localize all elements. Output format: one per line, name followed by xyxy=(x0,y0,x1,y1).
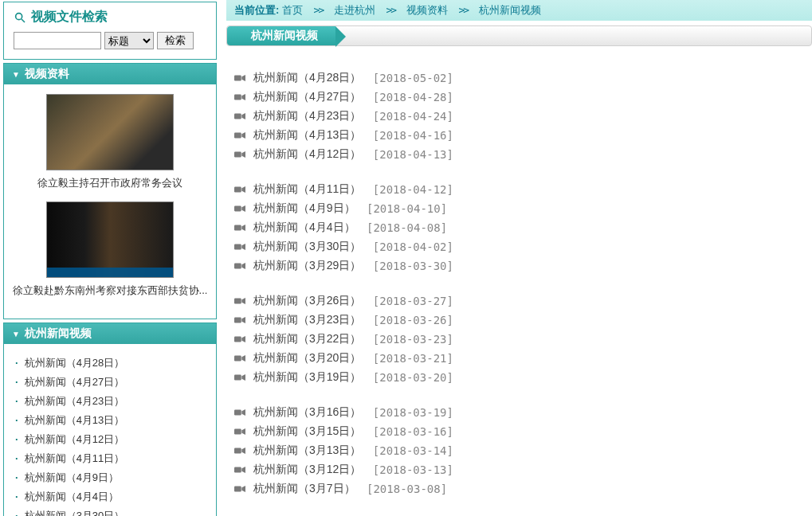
svg-marker-23 xyxy=(241,298,245,304)
news-date: [2018-03-08] xyxy=(360,483,448,495)
news-link[interactable]: 杭州新闻（3月12日） xyxy=(253,463,361,477)
search-input[interactable] xyxy=(14,32,101,49)
sidebar-news-item[interactable]: 杭州新闻（4月13日） xyxy=(12,411,208,430)
chevron-right-icon: >> xyxy=(314,4,324,16)
news-link[interactable]: 杭州新闻（3月19日） xyxy=(253,370,361,385)
search-button[interactable]: 检索 xyxy=(157,32,194,49)
news-item: 杭州新闻（3月23日） [2018-03-26] xyxy=(234,311,804,330)
panel-header-news: ▼ 杭州新闻视频 xyxy=(4,323,216,344)
svg-marker-35 xyxy=(241,428,245,435)
search-type-select[interactable]: 标题 xyxy=(104,32,154,49)
svg-marker-7 xyxy=(241,113,245,119)
news-date: [2018-03-14] xyxy=(366,444,453,457)
news-link[interactable]: 杭州新闻（3月29日） xyxy=(253,259,361,273)
svg-rect-10 xyxy=(234,152,241,158)
svg-rect-28 xyxy=(234,356,241,362)
news-link[interactable]: 杭州新闻（4月28日） xyxy=(253,71,361,85)
video-thumb[interactable]: 徐立毅赴黔东南州考察对接东西部扶贫协... xyxy=(12,201,208,298)
chevron-right-icon: >> xyxy=(458,4,468,16)
news-link[interactable]: 杭州新闻（3月7日） xyxy=(253,482,355,496)
news-list: 杭州新闻（4月28日） [2018-05-02]杭州新闻（4月27日） [201… xyxy=(226,46,812,516)
svg-rect-26 xyxy=(234,337,241,342)
svg-rect-6 xyxy=(234,114,241,119)
news-date: [2018-03-23] xyxy=(366,333,453,346)
news-date: [2018-04-28] xyxy=(366,91,453,104)
news-link[interactable]: 杭州新闻（3月13日） xyxy=(253,444,361,458)
news-date: [2018-04-13] xyxy=(366,148,453,161)
news-date: [2018-04-16] xyxy=(366,129,453,142)
svg-marker-39 xyxy=(241,467,245,473)
news-item: 杭州新闻（3月20日） [2018-03-21] xyxy=(234,349,804,368)
news-link[interactable]: 杭州新闻（3月26日） xyxy=(253,294,361,308)
camera-icon xyxy=(234,93,245,101)
news-link[interactable]: 杭州新闻（3月15日） xyxy=(253,424,361,439)
news-item: 杭州新闻（4月9日） [2018-04-10] xyxy=(234,199,804,218)
camera-icon xyxy=(234,316,245,324)
news-date: [2018-03-27] xyxy=(366,295,453,307)
panel-video-materials: ▼ 视频资料 徐立毅主持召开市政府常务会议 徐立毅赴黔东南州考察对接东西部扶贫协… xyxy=(3,63,217,319)
video-thumb[interactable]: 徐立毅主持召开市政府常务会议 xyxy=(12,94,208,190)
svg-rect-16 xyxy=(234,225,241,231)
thumbnail-image xyxy=(46,201,174,278)
news-date: [2018-04-02] xyxy=(366,240,453,253)
svg-rect-32 xyxy=(234,410,241,416)
svg-marker-27 xyxy=(241,336,245,342)
breadcrumb-link[interactable]: 首页 xyxy=(282,4,303,16)
sidebar-news-item[interactable]: 杭州新闻（4月11日） xyxy=(12,449,208,468)
panel-news-videos: ▼ 杭州新闻视频 杭州新闻（4月28日）杭州新闻（4月27日）杭州新闻（4月23… xyxy=(3,322,217,516)
news-item: 杭州新闻（3月16日） [2018-03-19] xyxy=(234,403,804,422)
news-link[interactable]: 杭州新闻（3月30日） xyxy=(253,240,361,254)
camera-icon xyxy=(234,297,245,305)
news-link[interactable]: 杭州新闻（4月9日） xyxy=(253,201,355,216)
camera-icon xyxy=(234,74,245,82)
camera-icon xyxy=(234,485,245,493)
sidebar-news-item[interactable]: 杭州新闻（3月30日） xyxy=(12,506,208,516)
news-link[interactable]: 杭州新闻（4月11日） xyxy=(253,182,361,197)
svg-rect-8 xyxy=(234,133,241,139)
news-item: 杭州新闻（4月13日） [2018-04-16] xyxy=(234,126,804,145)
svg-rect-38 xyxy=(234,467,241,473)
camera-icon xyxy=(234,373,245,381)
news-link[interactable]: 杭州新闻（4月4日） xyxy=(253,221,355,235)
news-link[interactable]: 杭州新闻（3月23日） xyxy=(253,313,361,327)
title-bar: 杭州新闻视频 xyxy=(226,25,812,46)
camera-icon xyxy=(234,224,245,232)
svg-marker-13 xyxy=(241,186,245,193)
camera-icon xyxy=(234,112,245,120)
breadcrumb-link[interactable]: 走进杭州 xyxy=(334,4,375,16)
news-link[interactable]: 杭州新闻（4月27日） xyxy=(253,90,361,104)
news-link[interactable]: 杭州新闻（3月20日） xyxy=(253,351,361,366)
svg-marker-41 xyxy=(241,486,245,492)
svg-marker-31 xyxy=(241,374,245,381)
svg-marker-33 xyxy=(241,409,245,416)
breadcrumb-link[interactable]: 杭州新闻视频 xyxy=(479,4,541,16)
news-link[interactable]: 杭州新闻（4月23日） xyxy=(253,109,361,123)
camera-icon xyxy=(234,131,245,139)
sidebar-news-item[interactable]: 杭州新闻（4月23日） xyxy=(12,392,208,411)
svg-rect-20 xyxy=(234,264,241,269)
news-date: [2018-04-10] xyxy=(360,202,448,215)
sidebar-news-item[interactable]: 杭州新闻（4月9日） xyxy=(12,468,208,487)
camera-icon xyxy=(234,408,245,416)
svg-rect-36 xyxy=(234,448,241,454)
news-link[interactable]: 杭州新闻（4月12日） xyxy=(253,147,361,162)
panel-title: 视频资料 xyxy=(25,67,69,81)
news-item: 杭州新闻（3月26日） [2018-03-27] xyxy=(234,291,804,311)
camera-icon xyxy=(234,354,245,362)
camera-icon xyxy=(234,428,245,436)
news-link[interactable]: 杭州新闻（3月16日） xyxy=(253,405,361,420)
svg-marker-25 xyxy=(241,317,245,323)
breadcrumb-link[interactable]: 视频资料 xyxy=(406,4,448,16)
news-link[interactable]: 杭州新闻（4月13日） xyxy=(253,128,361,143)
sidebar-news-item[interactable]: 杭州新闻（4月12日） xyxy=(12,430,208,449)
news-item: 杭州新闻（3月19日） [2018-03-20] xyxy=(234,368,804,387)
news-link[interactable]: 杭州新闻（3月22日） xyxy=(253,332,361,346)
sidebar-news-item[interactable]: 杭州新闻（4月28日） xyxy=(12,354,208,373)
sidebar-news-item[interactable]: 杭州新闻（4月27日） xyxy=(12,373,208,392)
news-item: 杭州新闻（3月13日） [2018-03-14] xyxy=(234,441,804,460)
sidebar-news-item[interactable]: 杭州新闻（4月4日） xyxy=(12,487,208,506)
news-item: 杭州新闻（3月29日） [2018-03-30] xyxy=(234,256,804,276)
camera-icon xyxy=(234,243,245,251)
title-tab: 杭州新闻视频 xyxy=(227,26,335,45)
chevron-down-icon: ▼ xyxy=(12,330,20,338)
